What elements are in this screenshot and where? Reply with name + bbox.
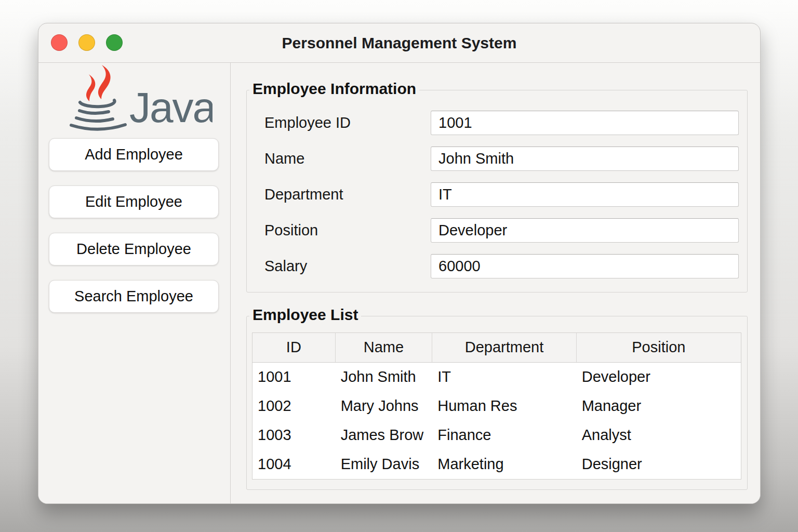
main-content: Employee Information Employee ID Name De… <box>231 63 760 504</box>
table-row[interactable]: 1004 Emily Davis Marketing Designer <box>252 450 741 479</box>
cell-id: 1004 <box>252 450 336 479</box>
add-employee-button[interactable]: Add Employee <box>49 138 219 171</box>
employee-information-group: Employee Information Employee ID Name De… <box>246 90 748 292</box>
cell-name: James Brow <box>336 421 433 450</box>
cell-department: Human Res <box>432 392 576 421</box>
position-label: Position <box>264 218 431 243</box>
cell-id: 1003 <box>252 421 336 450</box>
name-label: Name <box>264 147 431 171</box>
traffic-lights <box>51 34 123 51</box>
cell-name: Mary Johns <box>336 392 433 421</box>
column-header-department[interactable]: Department <box>432 333 576 362</box>
cell-position: Manager <box>577 392 741 421</box>
java-steam-small-icon <box>86 74 95 101</box>
minimize-button-icon[interactable] <box>78 34 95 51</box>
title-bar[interactable]: Personnel Management System <box>38 23 760 63</box>
app-window: Personnel Management System Java <box>38 23 761 504</box>
java-wordmark: Java <box>129 84 212 131</box>
table-header-row: ID Name Department Position <box>252 333 741 363</box>
department-label: Department <box>264 182 431 207</box>
column-header-position[interactable]: Position <box>577 333 741 362</box>
column-header-id[interactable]: ID <box>252 333 336 362</box>
cell-position: Developer <box>577 363 741 392</box>
salary-field[interactable] <box>431 254 739 278</box>
employee-list-group: Employee List ID Name Department Positio… <box>246 316 748 490</box>
cell-id: 1001 <box>252 363 336 392</box>
table-row[interactable]: 1001 John Smith IT Developer <box>252 363 741 392</box>
department-field[interactable] <box>431 182 739 207</box>
employee-id-label: Employee ID <box>264 111 431 135</box>
column-header-name[interactable]: Name <box>336 333 433 362</box>
window-title: Personnel Management System <box>282 34 517 52</box>
table-row[interactable]: 1002 Mary Johns Human Res Manager <box>252 392 741 421</box>
edit-employee-button[interactable]: Edit Employee <box>49 185 219 218</box>
zoom-button-icon[interactable] <box>106 34 123 51</box>
cell-name: Emily Davis <box>336 450 433 479</box>
employee-table: ID Name Department Position 1001 John Sm… <box>252 332 741 480</box>
close-button-icon[interactable] <box>51 34 68 51</box>
position-field[interactable] <box>431 218 739 243</box>
employee-id-field[interactable] <box>431 111 739 135</box>
java-logo-icon: Java <box>57 64 212 131</box>
search-employee-button[interactable]: Search Employee <box>49 280 219 313</box>
delete-employee-button[interactable]: Delete Employee <box>49 233 219 265</box>
salary-label: Salary <box>264 254 431 278</box>
cell-position: Analyst <box>577 421 741 450</box>
java-steam-large-icon <box>98 65 111 99</box>
cell-name: John Smith <box>336 363 433 392</box>
name-field[interactable] <box>431 147 739 171</box>
table-row[interactable]: 1003 James Brow Finance Analyst <box>252 421 741 450</box>
employee-list-title: Employee List <box>249 305 361 325</box>
cell-position: Designer <box>577 450 741 479</box>
sidebar: Java Add Employee Edit Employee Delete E… <box>38 63 231 504</box>
cell-department: Marketing <box>432 450 576 479</box>
employee-information-title: Employee Information <box>249 79 419 99</box>
cell-department: IT <box>432 363 576 392</box>
desktop-background: Personnel Management System Java <box>0 0 798 532</box>
cell-department: Finance <box>432 421 576 450</box>
cell-id: 1002 <box>252 392 336 421</box>
